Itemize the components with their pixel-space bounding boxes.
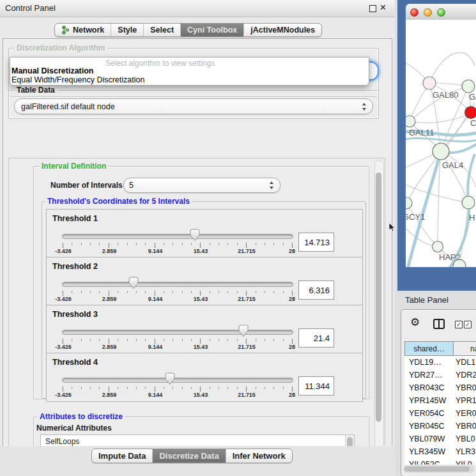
right-column: GAL80 GA C GAL11 GAL4 GCY1 H HAP2 Table … (395, 0, 476, 476)
group-title: Attributes to discretize (37, 412, 125, 421)
column-header-shared-name[interactable]: shared… (404, 341, 454, 356)
tick-label: -3.426 (55, 344, 72, 350)
horizontal-scrollbar[interactable] (403, 465, 475, 473)
node-label: GA (469, 92, 476, 102)
tick-label: 2.859 (102, 392, 117, 398)
close-traffic-light-icon[interactable] (410, 8, 418, 17)
table-row[interactable]: YDR27…YDR2 (404, 369, 476, 381)
threshold-row: Threshold 3 -3.426 2.859 9.144 15.43 21.… (46, 305, 363, 354)
slider-ticks (63, 243, 293, 248)
table-data-combobox[interactable]: galFiltered.sif default node (14, 98, 373, 114)
tab-network[interactable]: Network (55, 24, 111, 36)
scrollbar-thumb[interactable] (404, 466, 470, 472)
tick-label: -3.426 (55, 296, 72, 302)
slider-ticks (63, 387, 293, 392)
slider-track[interactable] (62, 378, 293, 383)
tick-label: 2.859 (102, 344, 117, 350)
cell-name: YDR2 (456, 369, 476, 381)
tab-label: Infer Network (233, 451, 286, 461)
threshold-label: Threshold 3 (52, 310, 98, 319)
cell-shared-name: YBL079W (409, 433, 445, 445)
tick-label: 2.859 (102, 296, 117, 302)
slider-track[interactable] (62, 234, 293, 239)
network-canvas[interactable]: GAL80 GA C GAL11 GAL4 GCY1 H HAP2 (406, 20, 476, 267)
control-panel: Control Panel ✕ Network Style Select Cyn… (0, 0, 395, 476)
table-row[interactable]: YDL19…YDL1 (404, 356, 476, 369)
cell-name: YBR0 (456, 381, 476, 394)
tick-label: 28 (289, 344, 295, 350)
slider-thumb[interactable] (164, 372, 176, 385)
cell-shared-name: YBR045C (409, 420, 445, 433)
slider-track[interactable] (62, 282, 293, 287)
threshold-value-field[interactable]: 11.344 (298, 376, 334, 395)
column-header-name[interactable]: name (454, 341, 476, 356)
tick-label: 15.43 (194, 296, 208, 302)
control-panel-tabs: Network Style Select Cyni Toolbox jActiv… (54, 23, 322, 37)
table-row[interactable]: YLR345WYLR3 (404, 445, 476, 458)
threshold-label: Threshold 2 (52, 262, 98, 271)
cell-name: YIL0 (456, 458, 472, 464)
slider-thumb[interactable] (189, 229, 201, 242)
network-node[interactable] (433, 143, 449, 160)
threshold-value-field[interactable]: 21.4 (298, 328, 334, 348)
table-row[interactable]: YBL079WYBL0 (404, 433, 476, 445)
split-columns-icon[interactable] (433, 319, 445, 329)
table-row[interactable]: YER054CYER0 (404, 407, 476, 420)
threshold-value-field[interactable]: 14.713 (298, 233, 334, 252)
network-node[interactable] (423, 77, 436, 89)
cell-shared-name: YLR345W (409, 445, 445, 458)
control-panel-titlebar: Control Panel ✕ (0, 0, 395, 17)
slider-thumb[interactable] (128, 277, 139, 289)
scrollbar-thumb[interactable] (376, 173, 381, 422)
tab-impute-data[interactable]: Impute Data (92, 449, 153, 463)
threshold-row: Threshold 4 -3.426 2.859 9.144 15.43 21.… (46, 353, 363, 402)
slider-track[interactable] (62, 330, 293, 335)
table-row[interactable]: YIL052CYIL0 (404, 458, 476, 464)
network-node[interactable] (462, 196, 475, 209)
table-row[interactable]: YBR043CYBR0 (404, 381, 476, 394)
network-window-titlebar[interactable] (406, 4, 476, 20)
vertical-scrollbar[interactable] (374, 160, 384, 464)
tab-jactivemnodules[interactable]: jActiveMNodules (244, 24, 321, 36)
table-body[interactable]: YDL19…YDL1 YDR27…YDR2 YBR043CYBR0 YPR145… (404, 356, 476, 464)
threshold-label: Threshold 4 (52, 358, 98, 367)
minimize-traffic-light-icon[interactable] (424, 8, 432, 17)
dropdown-option-equal-width[interactable]: Equal Width/Frequency Discretization (12, 75, 144, 84)
node-label: GAL11 (409, 128, 434, 137)
tab-label: jActiveMNodules (250, 26, 315, 35)
combobox-value: galFiltered.sif default node (21, 99, 115, 114)
network-node[interactable] (433, 242, 443, 252)
tab-discretize-data[interactable]: Discretize Data (153, 449, 226, 463)
tab-infer-network[interactable]: Infer Network (226, 449, 292, 463)
float-window-icon[interactable] (369, 5, 376, 12)
network-node[interactable] (462, 80, 475, 93)
network-node[interactable] (406, 197, 412, 209)
dropdown-placeholder[interactable]: Select algorithm to view settings (105, 59, 215, 68)
node-label: H (469, 213, 475, 222)
tick-label: 28 (289, 392, 295, 398)
table-row[interactable]: YPR145WYPR1 (404, 394, 476, 407)
tab-select[interactable]: Select (144, 24, 181, 36)
group-title: Threshold's Coordinates for 5 Intervals (45, 197, 192, 206)
list-item[interactable]: SelfLoops (45, 437, 79, 447)
dropdown-option-manual[interactable]: Manual Discretization (12, 66, 94, 75)
threshold-value-field[interactable]: 6.316 (298, 280, 334, 300)
close-icon[interactable]: ✕ (380, 3, 387, 12)
slider-thumb[interactable] (238, 325, 249, 337)
tick-label: 15.43 (194, 344, 208, 350)
number-of-intervals-combobox[interactable]: 5 (123, 178, 280, 193)
slider-ticks (63, 291, 293, 296)
checkbox-icon[interactable]: ✓ (455, 321, 463, 328)
table-row[interactable]: YBR045CYBR0 (404, 420, 476, 433)
tick-label: 28 (289, 248, 295, 254)
zoom-traffic-light-icon[interactable] (437, 8, 445, 17)
checkbox-icon[interactable]: ✓ (464, 321, 472, 328)
gear-icon[interactable]: ⚙ (410, 317, 420, 328)
cell-shared-name: YPR145W (409, 394, 446, 407)
tab-style[interactable]: Style (111, 24, 144, 36)
tab-cyni-toolbox[interactable]: Cyni Toolbox (181, 24, 244, 36)
tick-label: 28 (289, 296, 295, 302)
cyni-toolbox-content: Discretization Algorithm Select algorith… (3, 38, 392, 447)
network-node[interactable] (406, 116, 415, 127)
network-node-selected[interactable] (465, 107, 476, 119)
